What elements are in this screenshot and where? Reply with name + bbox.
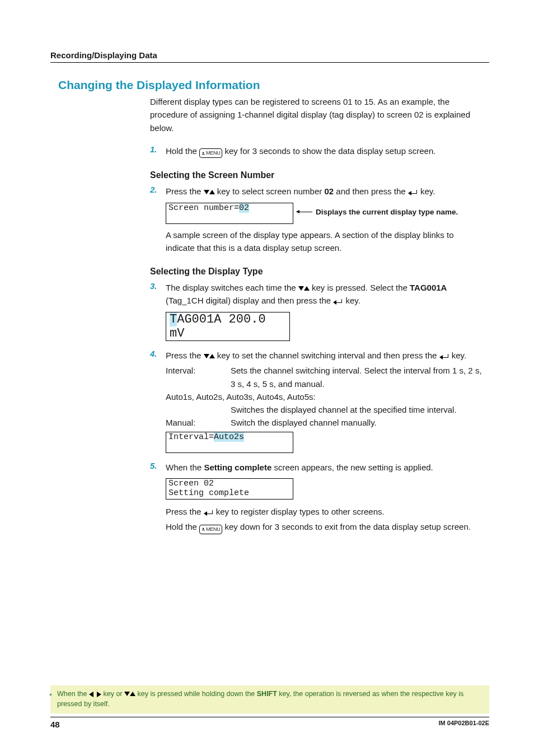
step-text: When the — [166, 463, 204, 472]
section-title: Changing the Displayed Information — [50, 78, 489, 92]
callout-text: Displays the current display type name. — [316, 208, 458, 216]
step-number: 1 — [150, 144, 166, 154]
step-text: key to set the channel switching interva… — [215, 351, 439, 360]
footnote-box: * When the key or key is pressed while h… — [50, 685, 489, 713]
step-value-bold: Setting complete — [204, 463, 271, 472]
step-text: key for 3 seconds to show the data displ… — [222, 146, 435, 156]
step-text: key to select screen number — [215, 186, 325, 196]
up-down-key-icon — [124, 690, 135, 698]
definition-term: Manual: — [166, 416, 231, 429]
step-value-bold: 02 — [324, 186, 334, 196]
step-text: key to register display types to other s… — [214, 507, 385, 516]
step-text: Hold the — [166, 522, 199, 531]
lcd-line: Setting complete — [168, 488, 291, 498]
step-text: Hold the — [166, 146, 199, 156]
step-5: 5 When the Setting complete screen appea… — [150, 461, 484, 474]
step-text: key down for 3 seconds to exit from the … — [222, 522, 471, 531]
lcd-highlight: 02 — [239, 203, 249, 213]
step-text: (Tag_1CH digital) display and then press… — [166, 296, 333, 305]
enter-key-icon — [439, 353, 449, 360]
lcd-line: Screen 02 — [168, 479, 291, 488]
step-text: key. — [343, 296, 360, 305]
step-2: 2 Press the key to select screen number … — [150, 185, 484, 198]
lcd-display: Screen 02 Setting complete — [166, 478, 293, 500]
subheading-screen-number: Selecting the Screen Number — [150, 170, 484, 180]
lcd-text: AG001A 200.0 mV — [170, 312, 266, 340]
step-1: 1 Hold the MENU key for 3 seconds to sho… — [150, 144, 484, 158]
footnote-text: key is pressed while holding down the — [135, 690, 257, 698]
callout-arrow-icon — [297, 212, 312, 212]
step-3: 3 The display switches each time the key… — [150, 281, 484, 307]
step-number: 2 — [150, 185, 166, 194]
step-text: key is pressed. Select the — [310, 283, 410, 292]
step-text: screen appears, the new setting is appli… — [271, 463, 433, 472]
lcd-highlight: T — [170, 312, 177, 326]
footnote-bold: SHIFT — [257, 690, 277, 698]
up-down-key-icon — [204, 188, 215, 196]
lcd-callout-row: Screen number=02 Displays the current di… — [166, 200, 484, 224]
definition-interval: Interval: Sets the channel switching int… — [166, 364, 484, 390]
lcd-display-large: TAG001A 200.0 mV — [166, 312, 290, 342]
definition-manual: Manual: Switch the displayed channel man… — [166, 416, 484, 429]
step-postnote: Press the key to register display types … — [166, 505, 484, 518]
lcd-text: Interval= — [168, 432, 214, 442]
enter-key-icon — [408, 189, 418, 196]
footnote-text: key or — [101, 690, 124, 698]
up-down-key-icon — [298, 284, 310, 292]
step-text: key. — [418, 186, 435, 196]
step-text: Press the — [166, 507, 204, 516]
page-footer: 48 IM 04P02B01-02E — [50, 717, 489, 729]
step-text: The display switches each time the — [166, 283, 298, 292]
menu-key-icon: MENU — [199, 525, 222, 534]
definition-desc: Switch the displayed channel manually. — [231, 416, 484, 429]
definition-desc: Sets the channel switching interval. Sel… — [231, 364, 484, 390]
step-number: 3 — [150, 281, 166, 291]
definition-term: Interval: — [166, 364, 231, 390]
lcd-display: Screen number=02 — [166, 203, 293, 224]
step-postnote: Hold the MENU key down for 3 seconds to … — [166, 520, 484, 534]
menu-key-icon: MENU — [199, 148, 222, 158]
step-value-bold: TAG001A — [410, 283, 447, 292]
step-number: 4 — [150, 349, 166, 358]
intro-paragraph: Different display types can be registere… — [150, 95, 484, 134]
definition-auto: Switches the displayed channel at the sp… — [166, 403, 484, 416]
footnote-asterisk: * — [49, 691, 52, 701]
enter-key-icon — [204, 510, 214, 516]
step-text: key. — [449, 351, 467, 360]
auto-options-line: Auto1s, Auto2s, Auto3s, Auto4s, Auto5s: — [166, 390, 484, 403]
definition-desc: Switches the displayed channel at the sp… — [231, 403, 484, 416]
step-number: 5 — [150, 461, 166, 470]
enter-key-icon — [333, 298, 343, 305]
up-down-key-icon — [204, 352, 215, 360]
document-id: IM 04P02B01-02E — [439, 720, 490, 729]
lcd-text: Screen number= — [168, 203, 239, 213]
footnote-text: When the — [57, 690, 89, 698]
step-text: Press the — [166, 351, 204, 360]
step-4: 4 Press the key to set the channel switc… — [150, 349, 484, 362]
subheading-display-type: Selecting the Display Type — [150, 267, 484, 277]
step-text: and then press the — [334, 186, 408, 196]
step-text: Press the — [166, 186, 204, 196]
step-note: A sample screen of the display type appe… — [166, 228, 484, 255]
running-header: Recording/Displaying Data — [50, 50, 489, 63]
lcd-highlight: Auto2s — [214, 432, 244, 442]
page-number: 48 — [50, 720, 60, 729]
left-right-key-icon — [89, 691, 101, 698]
lcd-display: Interval=Auto2s — [166, 432, 293, 453]
